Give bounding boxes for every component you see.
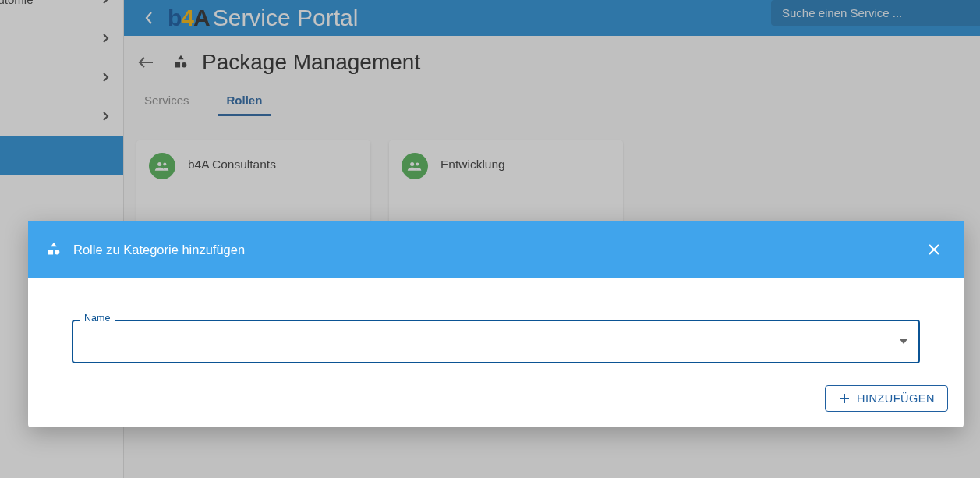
dropdown-caret-icon: [900, 339, 907, 344]
name-select[interactable]: [72, 320, 920, 363]
category-icon: [45, 241, 62, 258]
dialog-header: Rolle zu Kategorie hinzufügen: [28, 221, 964, 278]
add-button-label: HINZUFÜGEN: [857, 392, 935, 405]
dialog-actions: HINZUFÜGEN: [28, 385, 964, 427]
name-field: Name: [72, 320, 920, 363]
dialog-title: Rolle zu Kategorie hinzufügen: [73, 243, 245, 257]
dialog-body: Name: [28, 278, 964, 385]
dialog-close-button[interactable]: [922, 237, 946, 262]
name-field-label: Name: [80, 313, 115, 324]
plus-icon: [838, 392, 851, 405]
add-button[interactable]: HINZUFÜGEN: [825, 385, 948, 412]
add-role-dialog: Rolle zu Kategorie hinzufügen Name HINZU…: [28, 221, 964, 427]
